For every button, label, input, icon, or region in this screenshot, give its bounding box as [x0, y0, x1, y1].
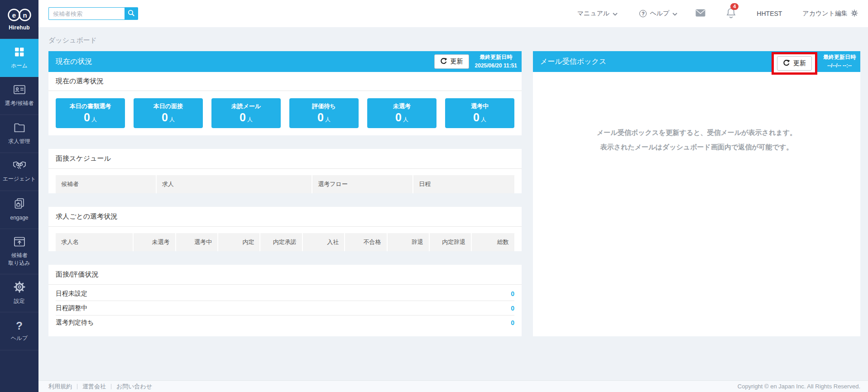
stat-card-awaiting-evaluation[interactable]: 評価待ち 0人 [289, 98, 359, 128]
svg-text:n: n [23, 11, 27, 19]
stat-card-documents-today[interactable]: 本日の書類選考 0人 [56, 98, 125, 128]
logo-name: Hirehub [9, 24, 30, 31]
search-input[interactable] [48, 7, 125, 20]
copyright: Copyright © en Japan Inc. All Rights Res… [738, 383, 860, 390]
mail-message-line2: 表示されたメールはダッシュボード画面内で返信が可能です。 [547, 140, 847, 154]
gear-icon [14, 281, 25, 294]
column-header-candidate: 候補者 [56, 175, 157, 193]
notification-badge: 4 [730, 3, 739, 10]
candidate-search [48, 7, 138, 20]
column-header-offer-accepted: 内定承諾 [260, 233, 302, 251]
company-link[interactable]: 運営会社 [82, 382, 106, 391]
refresh-icon [440, 57, 447, 66]
mail-last-updated: 最終更新日時 --/--/-- --:-- [823, 53, 856, 70]
chevron-down-icon [672, 10, 677, 17]
account-edit-label: アカウント編集 [802, 10, 848, 18]
selection-status-subtitle: 現在の選考状況 [48, 72, 522, 91]
job-status-panel: 求人ごとの選考状況 求人名 未選考 選考中 内定 内定承諾 入社 不合格 辞退 … [48, 207, 522, 251]
column-header-declined: 辞退 [388, 233, 430, 251]
eval-row-awaiting-judgement: 選考判定待ち 0 [56, 316, 514, 330]
mail-inbox-header: メール受信ボックス 更 [533, 51, 860, 72]
eval-row-value[interactable]: 0 [511, 290, 514, 297]
sidebar-item-label: ヘルプ [11, 335, 28, 342]
stat-card-interviews-today[interactable]: 本日の面接 0人 [134, 98, 203, 128]
sidebar-item-help[interactable]: ? ヘルプ [0, 312, 38, 350]
current-status-panel: 現在の状況 更新 [48, 51, 522, 135]
app-logo[interactable]: e n Hirehub [0, 0, 38, 39]
terms-link[interactable]: 利用規約 [48, 382, 72, 391]
stat-card-not-screened[interactable]: 未選考 0人 [367, 98, 436, 128]
sidebar-item-jobs[interactable]: 求人管理 [0, 115, 38, 153]
svg-text:e: e [12, 11, 15, 19]
left-column: 現在の状況 更新 [48, 51, 522, 336]
manual-label: マニュアル [577, 10, 610, 18]
id-card-icon [13, 84, 26, 96]
stat-card-in-selection[interactable]: 選考中 0人 [445, 98, 514, 128]
panel-title: 求人ごとの選考状況 [48, 207, 522, 227]
search-button[interactable] [125, 7, 138, 20]
column-header-schedule: 日程 [413, 175, 514, 193]
last-updated-label: 最終更新日時 [475, 53, 517, 62]
contact-link[interactable]: お問い合わせ [116, 382, 152, 391]
last-updated-value: --/--/-- --:-- [823, 62, 856, 70]
last-updated: 最終更新日時 2025/06/20 11:51 [475, 53, 517, 70]
account-name[interactable]: HHTEST [757, 10, 782, 17]
refresh-label: 更新 [451, 57, 463, 66]
sidebar: e n Hirehub ホーム 選考/候補者 [0, 0, 38, 392]
mail-button[interactable] [695, 9, 705, 18]
column-header-offer: 内定 [218, 233, 260, 251]
mail-message-line1: メール受信ボックスを更新すると、受信メールが表示されます。 [547, 125, 847, 140]
column-header-job-name: 求人名 [56, 233, 134, 251]
sidebar-item-label: 設定 [14, 297, 25, 305]
panel-title: 面接/評価状況 [48, 265, 522, 285]
eval-row-value[interactable]: 0 [511, 305, 514, 312]
sidebar-item-candidate-import[interactable]: 候補者取り込み [0, 229, 38, 274]
main-area: マニュアル ? ヘルプ [38, 0, 868, 392]
search-icon [128, 10, 135, 18]
sidebar-item-candidates[interactable]: 選考/候補者 [0, 77, 38, 115]
eval-row-label: 選考判定待ち [56, 319, 94, 327]
engage-docs-icon [14, 198, 25, 211]
sidebar-item-label: 求人管理 [9, 138, 30, 145]
column-header-total: 総数 [472, 233, 514, 251]
stat-card-unread-mail[interactable]: 未読メール 0人 [211, 98, 281, 128]
sidebar-item-engage[interactable]: engage [0, 191, 38, 229]
refresh-icon [783, 59, 790, 68]
breadcrumb: ダッシュボード [48, 36, 860, 45]
last-updated-label: 最終更新日時 [823, 53, 856, 62]
eval-row-schedule-not-set: 日程未設定 0 [56, 287, 514, 301]
last-updated-value: 2025/06/20 11:51 [475, 62, 517, 70]
home-grid-icon [14, 46, 25, 59]
mail-refresh-button[interactable]: 更新 [777, 56, 812, 71]
manual-menu[interactable]: マニュアル [577, 10, 618, 18]
column-header-selection-flow: 選考フロー [312, 175, 413, 193]
divider [77, 384, 77, 389]
evaluation-status-panel: 面接/評価状況 日程未設定 0 日程調整中 0 選考判定待ち 0 [48, 265, 522, 336]
eval-row-schedule-adjusting: 日程調整中 0 [56, 301, 514, 316]
column-header-offer-declined: 内定辞退 [430, 233, 472, 251]
sidebar-item-settings[interactable]: 設定 [0, 274, 38, 312]
sidebar-item-label: 候補者取り込み [8, 252, 30, 266]
column-header-job: 求人 [157, 175, 312, 193]
stat-cards: 本日の書類選考 0人 本日の面接 0人 未読メール 0人 評価待ち [48, 91, 522, 135]
en-logo-icon: e n [7, 8, 32, 24]
right-column: メール受信ボックス 更 [533, 51, 860, 336]
help-menu[interactable]: ? ヘルプ [639, 10, 677, 18]
account-edit-button[interactable]: アカウント編集 [802, 10, 858, 18]
sidebar-item-label: 選考/候補者 [5, 100, 34, 107]
refresh-button-annotation: 更新 [772, 52, 817, 75]
sidebar-item-agent[interactable]: エージェント [0, 153, 38, 191]
gear-icon [851, 10, 858, 18]
dashboard-content: ダッシュボード 現在の状況 [38, 27, 868, 380]
eval-row-label: 日程未設定 [56, 290, 87, 298]
eval-row-value[interactable]: 0 [511, 319, 514, 326]
handshake-icon [13, 161, 26, 172]
sidebar-item-home[interactable]: ホーム [0, 39, 38, 77]
mail-inbox-panel: メール受信ボックス 更 [533, 51, 860, 336]
notifications-button[interactable]: 4 [726, 7, 736, 20]
chevron-down-icon [613, 10, 618, 17]
refresh-label: 更新 [793, 59, 806, 67]
footer-links: 利用規約 運営会社 お問い合わせ [48, 382, 152, 391]
refresh-button[interactable]: 更新 [434, 54, 469, 69]
column-header-not-screened: 未選考 [134, 233, 176, 251]
